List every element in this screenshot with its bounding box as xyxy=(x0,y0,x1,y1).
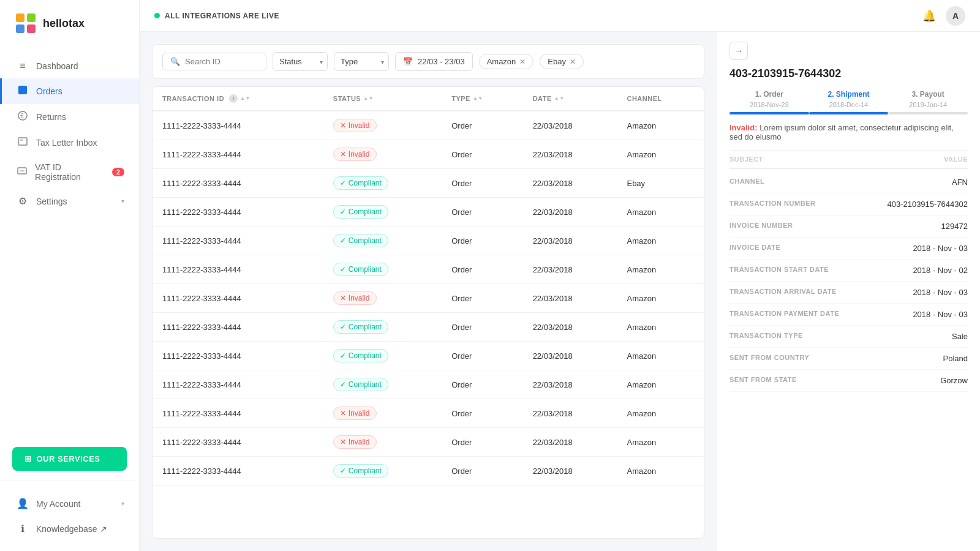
ebay-close-icon[interactable]: ✕ xyxy=(570,58,576,66)
detail-value-4: 2018 - Nov - 02 xyxy=(853,266,968,275)
grid-icon: ⊞ xyxy=(24,454,32,463)
invalid-icon: ✕ xyxy=(340,121,346,130)
invalid-label: Invalid: xyxy=(729,123,758,132)
ebay-label: Ebay xyxy=(548,57,566,66)
detail-row: TRANSACTION ARRIVAL DATE 2018 - Nov - 03 xyxy=(729,282,968,304)
sort-arrows-id[interactable]: ▲▼ xyxy=(240,96,251,101)
compliant-icon: ✓ xyxy=(340,236,346,245)
cell-channel: Amazon xyxy=(617,111,704,140)
sidebar-item-orders[interactable]: Orders xyxy=(0,78,139,104)
live-status-text: ALL INTEGRATIONS ARE LIVE xyxy=(165,12,279,20)
table-row[interactable]: 1111-2222-3333-4444 ✓ Compliant Order 22… xyxy=(153,342,704,370)
table-row[interactable]: 1111-2222-3333-4444 ✕ Invalid Order 22/0… xyxy=(153,111,704,140)
dashboard-icon: ≡ xyxy=(17,61,29,72)
table-row[interactable]: 1111-2222-3333-4444 ✓ Compliant Order 22… xyxy=(153,255,704,284)
sidebar-item-returns[interactable]: € Returns xyxy=(0,104,139,130)
sort-arrows-type[interactable]: ▲▼ xyxy=(473,96,483,101)
col-status: STATUS ▲▼ xyxy=(323,87,442,111)
content-area: 🔍 Status Type 📅 22/03 - 23/03 xyxy=(140,32,980,551)
cell-type: Order xyxy=(442,399,522,428)
calendar-icon: 📅 xyxy=(403,57,413,66)
type-filter[interactable]: Type xyxy=(334,52,389,71)
step-item-1[interactable]: 1. Order 2018-Nov-23 xyxy=(729,90,809,114)
detail-subject-5: TRANSACTION ARRIVAL DATE xyxy=(729,288,853,295)
detail-value-header: VALUE xyxy=(849,156,968,163)
detail-subject-8: SENT FROM COUNTRY xyxy=(729,354,853,361)
detail-value-0: AFN xyxy=(853,178,968,187)
sidebar-item-settings[interactable]: ⚙ Settings ▾ xyxy=(0,189,139,214)
step-item-2[interactable]: 2. Shipment 2018-Dec-14 xyxy=(809,90,889,114)
cell-date: 22/03/2018 xyxy=(523,111,617,140)
sidebar-item-knowledgebase[interactable]: ℹ Knowledgebase ↗ xyxy=(0,516,139,541)
detail-value-3: 2018 - Nov - 03 xyxy=(853,244,968,253)
panel-back-button[interactable]: → xyxy=(729,42,748,60)
cell-type: Order xyxy=(442,428,522,457)
step-date-3: 2019-Jan-14 xyxy=(888,101,968,108)
sidebar-label-vat-id: VAT ID Registration xyxy=(35,162,102,182)
sidebar-item-vat-id[interactable]: VAT ID Registration 2 xyxy=(0,156,139,189)
status-badge: ✕ Invalid xyxy=(333,291,377,305)
detail-row: TRANSACTION PAYMENT DATE 2018 - Nov - 03 xyxy=(729,304,968,326)
topbar: ALL INTEGRATIONS ARE LIVE 🔔 A xyxy=(140,0,980,32)
avatar[interactable]: A xyxy=(946,6,965,26)
search-input-wrap[interactable]: 🔍 xyxy=(162,53,266,70)
sort-arrows-status[interactable]: ▲▼ xyxy=(363,96,374,101)
table-row[interactable]: 1111-2222-3333-4444 ✓ Compliant Order 22… xyxy=(153,370,704,399)
sidebar-item-my-account[interactable]: 👤 My Account ▾ xyxy=(0,491,139,516)
cell-type: Order xyxy=(442,284,522,313)
cell-date: 22/03/2018 xyxy=(523,169,617,198)
table-row[interactable]: 1111-2222-3333-4444 ✓ Compliant Order 22… xyxy=(153,227,704,255)
table-row[interactable]: 1111-2222-3333-4444 ✓ Compliant Order 22… xyxy=(153,169,704,198)
table-row[interactable]: 1111-2222-3333-4444 ✓ Compliant Order 22… xyxy=(153,457,704,485)
cell-transaction-id: 1111-2222-3333-4444 xyxy=(153,428,323,457)
detail-row: CHANNEL AFN xyxy=(729,171,968,193)
sort-arrows-date[interactable]: ▲▼ xyxy=(554,96,565,101)
vat-id-icon xyxy=(17,166,28,178)
cell-status: ✕ Invalid xyxy=(323,111,442,140)
detail-subject-2: INVOICE NUMBER xyxy=(729,222,853,229)
compliant-icon: ✓ xyxy=(340,179,346,187)
table-row[interactable]: 1111-2222-3333-4444 ✕ Invalid Order 22/0… xyxy=(153,428,704,457)
cell-date: 22/03/2018 xyxy=(523,370,617,399)
cell-channel: Amazon xyxy=(617,428,704,457)
amazon-channel-tag[interactable]: Amazon ✕ xyxy=(479,54,534,69)
cell-transaction-id: 1111-2222-3333-4444 xyxy=(153,227,323,255)
svg-rect-2 xyxy=(16,24,24,33)
steps-row: 1. Order 2018-Nov-23 2. Shipment 2018-De… xyxy=(729,90,968,114)
notification-bell-icon[interactable]: 🔔 xyxy=(922,9,936,23)
search-input[interactable] xyxy=(185,57,258,66)
compliant-icon: ✓ xyxy=(340,467,346,475)
cell-channel: Amazon xyxy=(617,227,704,255)
cell-transaction-id: 1111-2222-3333-4444 xyxy=(153,399,323,428)
detail-value-6: 2018 - Nov - 03 xyxy=(853,310,968,319)
table-row[interactable]: 1111-2222-3333-4444 ✕ Invalid Order 22/0… xyxy=(153,140,704,169)
compliant-icon: ✓ xyxy=(340,265,346,274)
table-row[interactable]: 1111-2222-3333-4444 ✕ Invalid Order 22/0… xyxy=(153,399,704,428)
step-item-3[interactable]: 3. Payout 2019-Jan-14 xyxy=(888,90,968,114)
main-content: ALL INTEGRATIONS ARE LIVE 🔔 A 🔍 Status xyxy=(140,0,980,551)
hellotax-logo-icon xyxy=(15,12,37,34)
settings-icon: ⚙ xyxy=(17,195,29,207)
sidebar: hellotax ≡ Dashboard Orders € Returns Ta… xyxy=(0,0,140,551)
detail-value-8: Poland xyxy=(853,354,968,363)
detail-subject-4: TRANSACTION START DATE xyxy=(729,266,853,273)
table-row[interactable]: 1111-2222-3333-4444 ✓ Compliant Order 22… xyxy=(153,313,704,342)
compliant-icon: ✓ xyxy=(340,351,346,360)
status-badge: ✕ Invalid xyxy=(333,148,377,161)
sidebar-item-tax-letter-inbox[interactable]: Tax Letter Inbox xyxy=(0,130,139,156)
date-range-filter[interactable]: 📅 22/03 - 23/03 xyxy=(395,52,473,71)
live-dot xyxy=(154,13,160,18)
cell-status: ✓ Compliant xyxy=(323,342,442,370)
compliant-icon: ✓ xyxy=(340,380,346,389)
cell-type: Order xyxy=(442,169,522,198)
our-services-button[interactable]: ⊞ OUR SERVICES xyxy=(12,447,127,471)
amazon-close-icon[interactable]: ✕ xyxy=(519,58,526,66)
ebay-channel-tag[interactable]: Ebay ✕ xyxy=(540,54,584,69)
table-row[interactable]: 1111-2222-3333-4444 ✕ Invalid Order 22/0… xyxy=(153,284,704,313)
status-filter[interactable]: Status xyxy=(273,52,328,71)
type-filter-wrap: Type xyxy=(334,52,389,71)
cell-status: ✓ Compliant xyxy=(323,457,442,485)
table-row[interactable]: 1111-2222-3333-4444 ✓ Compliant Order 22… xyxy=(153,198,704,227)
sidebar-item-dashboard[interactable]: ≡ Dashboard xyxy=(0,54,139,78)
step-label-2: 2. Shipment xyxy=(809,90,889,99)
